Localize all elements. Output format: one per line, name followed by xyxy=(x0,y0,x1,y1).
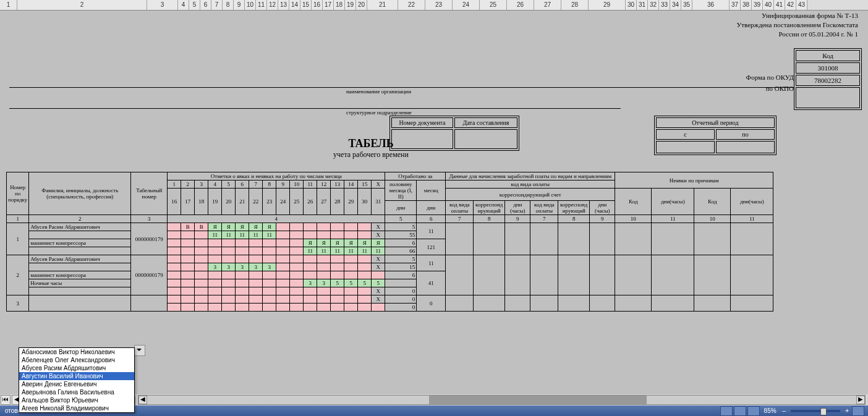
col-header[interactable]: 4 xyxy=(178,0,189,10)
scroll-thumb[interactable] xyxy=(429,396,647,404)
col-header[interactable]: 43 xyxy=(796,0,807,10)
col-header[interactable]: 35 xyxy=(681,0,692,10)
dept-caption: структурное подразделение xyxy=(346,109,412,116)
form-header-text: Унифицированная форма № Т-13 Утверждена … xyxy=(736,11,858,39)
col-header[interactable]: 1 xyxy=(0,0,17,10)
col-header[interactable]: 5 xyxy=(189,0,200,10)
dept-underline xyxy=(9,108,621,109)
col-header[interactable]: 25 xyxy=(480,0,507,10)
col-header[interactable]: 8 xyxy=(223,0,234,10)
zoom-out-icon[interactable]: – xyxy=(780,407,789,414)
dropdown-item[interactable]: Аверьянова Галина Васильевна xyxy=(19,388,134,396)
col-header[interactable]: 18 xyxy=(334,0,345,10)
code-labels: Форма по ОКУД по ОКПО xyxy=(746,61,794,94)
col-header[interactable]: 12 xyxy=(267,0,278,10)
zoom-in-icon[interactable]: + xyxy=(843,407,851,414)
col-header[interactable]: 32 xyxy=(648,0,659,10)
col-header[interactable]: 42 xyxy=(785,0,796,10)
dropdown-item[interactable]: Абаносимов Виктор Николаевич xyxy=(19,348,134,356)
org-caption: наименование организации xyxy=(346,88,411,95)
col-header[interactable]: 23 xyxy=(425,0,453,10)
col-header[interactable]: 30 xyxy=(626,0,637,10)
col-header[interactable]: 26 xyxy=(507,0,534,10)
org-underline xyxy=(9,87,794,88)
dropdown-item[interactable]: Августин Василий Иванович xyxy=(19,372,134,380)
dropdown-item[interactable]: Абеленцев Олег Александрович xyxy=(19,356,134,364)
col-header[interactable]: 34 xyxy=(670,0,681,10)
dropdown-item[interactable]: Абусев Расим Абдряшитович xyxy=(19,364,134,372)
dropdown-item[interactable]: Аверин Денис Евгеньевич xyxy=(19,380,134,388)
col-header[interactable]: 21 xyxy=(367,0,398,10)
column-ruler[interactable]: 1234567891011121314151617181920212223242… xyxy=(0,0,868,11)
col-header[interactable]: 38 xyxy=(741,0,752,10)
col-header[interactable]: 3 xyxy=(147,0,178,10)
col-header[interactable]: 15 xyxy=(300,0,312,10)
col-header[interactable]: 28 xyxy=(561,0,589,10)
col-header[interactable]: 22 xyxy=(398,0,425,10)
view-layout-icon[interactable] xyxy=(734,406,746,416)
col-header[interactable]: 37 xyxy=(730,0,741,10)
col-header[interactable]: 27 xyxy=(534,0,561,10)
zoom-slider[interactable] xyxy=(791,410,840,412)
view-break-icon[interactable] xyxy=(747,406,760,416)
code-box: Код 301008 78002282 xyxy=(794,48,862,110)
col-header[interactable]: 9 xyxy=(234,0,245,10)
col-header[interactable]: 31 xyxy=(637,0,648,10)
col-header[interactable]: 13 xyxy=(278,0,289,10)
scroll-left-icon[interactable]: ◀ xyxy=(138,396,147,404)
col-header[interactable]: 33 xyxy=(659,0,670,10)
dropdown-item[interactable]: Агальцов Виктор Юрьевич xyxy=(19,396,134,404)
col-header[interactable]: 24 xyxy=(453,0,480,10)
col-header[interactable]: 11 xyxy=(256,0,267,10)
col-header[interactable]: 10 xyxy=(245,0,256,10)
fullscreen-icon[interactable] xyxy=(852,406,864,416)
scroll-right-icon[interactable]: ▶ xyxy=(856,396,865,404)
col-header[interactable]: 41 xyxy=(774,0,785,10)
col-header[interactable]: 20 xyxy=(356,0,367,10)
col-header[interactable]: 40 xyxy=(763,0,774,10)
period-meta: Отчетный период спо xyxy=(654,116,777,155)
col-header[interactable]: 14 xyxy=(289,0,300,10)
view-normal-icon[interactable] xyxy=(720,406,733,416)
timesheet-table[interactable]: Номер по порядкуФамилия, инициалы, должн… xyxy=(6,172,773,312)
col-header[interactable]: 39 xyxy=(752,0,763,10)
zoom-level[interactable]: 85% xyxy=(760,407,780,414)
col-header[interactable]: 17 xyxy=(323,0,334,10)
col-header[interactable]: 29 xyxy=(589,0,626,10)
col-header[interactable]: 16 xyxy=(312,0,323,10)
dropdown-arrow-icon[interactable] xyxy=(134,345,145,356)
col-header[interactable]: 36 xyxy=(692,0,730,10)
col-header[interactable]: 6 xyxy=(200,0,211,10)
horizontal-scrollbar[interactable]: ◀ ▶ xyxy=(138,395,866,405)
doc-title: ТАБЕЛЬ учета рабочего времени xyxy=(247,137,495,159)
col-header[interactable]: 19 xyxy=(345,0,356,10)
dropdown-item[interactable]: Агеев Николай Владимирович xyxy=(19,404,134,412)
col-header[interactable]: 7 xyxy=(211,0,223,10)
tab-nav-first[interactable]: ⏮ xyxy=(1,395,11,405)
employee-dropdown[interactable]: Абаносимов Виктор НиколаевичАбеленцев Ол… xyxy=(19,347,135,413)
col-header[interactable]: 2 xyxy=(17,0,147,10)
